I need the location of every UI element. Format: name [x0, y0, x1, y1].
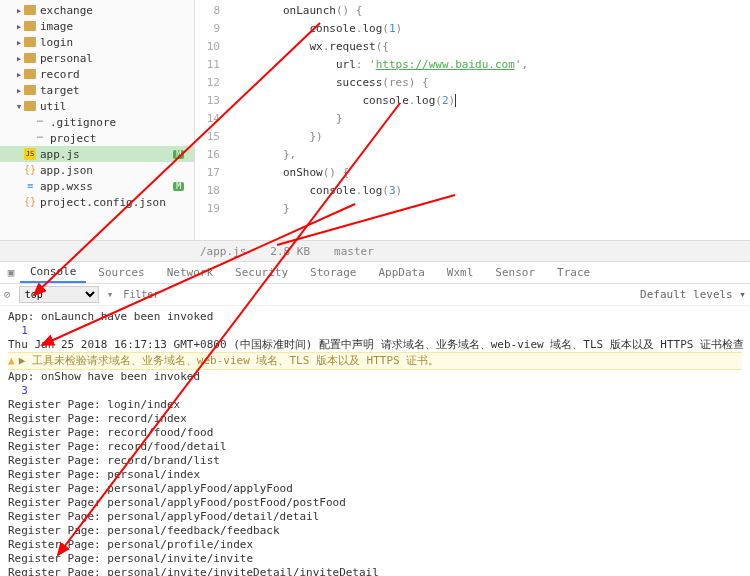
- log-line: Register Page: record/food/detail: [8, 440, 742, 454]
- tree-item-project-config-json[interactable]: {}project.config.json: [0, 194, 194, 210]
- status-size: 2.8 KB: [270, 245, 310, 258]
- tree-item-image[interactable]: ▸image: [0, 18, 194, 34]
- tree-item-personal[interactable]: ▸personal: [0, 50, 194, 66]
- log-line: Register Page: personal/applyFood/postFo…: [8, 496, 742, 510]
- filter-input[interactable]: [121, 287, 201, 302]
- context-select[interactable]: top: [19, 286, 99, 303]
- tree-item--gitignore[interactable]: ⋯.gitignore: [0, 114, 194, 130]
- log-line: Register Page: personal/feedback/feedbac…: [8, 524, 742, 538]
- devtools-panel: ▣ ConsoleSourcesNetworkSecurityStorageAp…: [0, 262, 750, 576]
- tab-sources[interactable]: Sources: [88, 263, 154, 282]
- tree-item-project[interactable]: ⋯project: [0, 130, 194, 146]
- log-line: Register Page: record/food/food: [8, 426, 742, 440]
- log-line: Register Page: personal/profile/index: [8, 538, 742, 552]
- log-line: Thu Jan 25 2018 16:17:13 GMT+0800 (中国标准时…: [8, 338, 742, 352]
- tab-console[interactable]: Console: [20, 262, 86, 283]
- tab-wxml[interactable]: Wxml: [437, 263, 484, 282]
- log-line: 1: [8, 324, 742, 338]
- line-gutter: 8910111213141516171819: [195, 0, 230, 240]
- log-line: Register Page: record/brand/list: [8, 454, 742, 468]
- tree-item-exchange[interactable]: ▸exchange: [0, 2, 194, 18]
- log-line: App: onLaunch have been invoked: [8, 310, 742, 324]
- file-tree: ▸exchange▸image▸login▸personal▸record▸ta…: [0, 0, 195, 240]
- status-path: /app.js: [200, 245, 246, 258]
- clear-console-icon[interactable]: ⊘: [4, 288, 11, 301]
- log-line: Register Page: record/index: [8, 412, 742, 426]
- log-line: App: onShow have been invoked: [8, 370, 742, 384]
- log-line: Register Page: login/index: [8, 398, 742, 412]
- tab-trace[interactable]: Trace: [547, 263, 600, 282]
- log-line: Register Page: personal/invite/inviteDet…: [8, 566, 742, 576]
- elements-icon[interactable]: ▣: [4, 266, 18, 279]
- log-line: 3: [8, 384, 742, 398]
- console-filter-row: ⊘ top ▾ Default levels ▾: [0, 284, 750, 306]
- log-line: Register Page: personal/index: [8, 468, 742, 482]
- tree-item-login[interactable]: ▸login: [0, 34, 194, 50]
- log-line: Register Page: personal/applyFood/applyF…: [8, 482, 742, 496]
- tab-sensor[interactable]: Sensor: [485, 263, 545, 282]
- tab-security[interactable]: Security: [225, 263, 298, 282]
- tree-item-app-wxss[interactable]: ≡app.wxssM: [0, 178, 194, 194]
- code-editor[interactable]: 8910111213141516171819 onLaunch() { cons…: [195, 0, 750, 240]
- status-mode: master: [334, 245, 374, 258]
- tree-item-util[interactable]: ▾util: [0, 98, 194, 114]
- editor-statusbar: /app.js 2.8 KB master: [0, 240, 750, 262]
- code-area[interactable]: onLaunch() { console.log(1) wx.request({…: [230, 0, 750, 240]
- log-line: ▲▶ 工具未检验请求域名、业务域名、web-view 域名、TLS 版本以及 H…: [8, 352, 742, 370]
- tree-item-record[interactable]: ▸record: [0, 66, 194, 82]
- log-line: Register Page: personal/invite/invite: [8, 552, 742, 566]
- log-line: Register Page: personal/applyFood/detail…: [8, 510, 742, 524]
- tab-storage[interactable]: Storage: [300, 263, 366, 282]
- devtools-tabs: ▣ ConsoleSourcesNetworkSecurityStorageAp…: [0, 262, 750, 284]
- console-log[interactable]: App: onLaunch have been invoked 1Thu Jan…: [0, 306, 750, 576]
- tab-appdata[interactable]: AppData: [368, 263, 434, 282]
- tab-network[interactable]: Network: [157, 263, 223, 282]
- tree-item-target[interactable]: ▸target: [0, 82, 194, 98]
- log-levels[interactable]: Default levels ▾: [640, 288, 746, 301]
- tree-item-app-js[interactable]: JSapp.jsM: [0, 146, 194, 162]
- tree-item-app-json[interactable]: {}app.json: [0, 162, 194, 178]
